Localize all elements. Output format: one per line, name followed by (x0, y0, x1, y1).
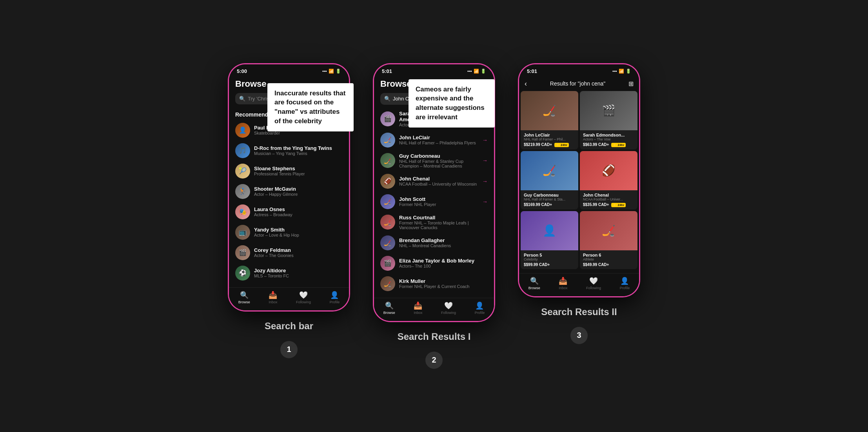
item-info-sloane: Sloane Stephens Professional Tennis Play… (254, 166, 343, 176)
inbox-label-1: Inbox (269, 300, 277, 304)
following-icon-1: 🤍 (299, 291, 308, 299)
back-button-3[interactable]: ‹ (525, 80, 527, 88)
list-item-corey[interactable]: 🎬 Corey Feldman Actor – The Goonies (229, 242, 349, 263)
list-item-guy[interactable]: 🏒 Guy Carbonneau NHL Hall of Famer & Sta… (374, 150, 494, 171)
grid-img-p5: 👤 (521, 211, 578, 250)
list-item-leclair[interactable]: 🏒 John LeClair NHL Hall of Famer – Phila… (374, 130, 494, 150)
list-item-sloane[interactable]: 🎾 Sloane Stephens Professional Tennis Pl… (229, 161, 349, 181)
nav-browse-2[interactable]: 🔍 Browse (383, 301, 395, 315)
nav-inbox-1[interactable]: 📥 Inbox (269, 291, 277, 304)
list-item-droc[interactable]: 🎵 D-Roc from the Ying Yang Twins Musicia… (229, 140, 349, 161)
item-sub-scott: Former NHL Player (399, 202, 478, 207)
avatar-droc: 🎵 (235, 143, 250, 158)
profile-icon-3: 👤 (620, 277, 629, 285)
grid-price-leclair: $$219.99 CAD+ ⚡ 24hr (524, 142, 575, 147)
grid-info-sarah: Sarah Edmondson... Actors – The Vow $$63… (580, 130, 637, 149)
status-bar-2: 5:01 ▪▪▪ 📶 🔋 (374, 64, 494, 76)
item-sub-corey: Actor – The Goonies (254, 253, 343, 258)
nav-profile-2[interactable]: 👤 Profile (475, 301, 485, 315)
avatar-sarah: 🎬 (380, 111, 395, 126)
item-name-corey: Corey Feldman (254, 247, 343, 253)
grid-sub-sarah: Actors – The Vow (583, 137, 634, 141)
item-info-eliza: Eliza Jane Taylor & Bob Morley Actors– T… (399, 258, 488, 268)
grid-sub-leclair: NHL Hall of Famer – Phil... (524, 137, 575, 141)
item-name-sloane: Sloane Stephens (254, 166, 343, 171)
grid-price-sarah: $$63.99 CAD+ ⚡ 24hr (583, 142, 634, 147)
nav-following-2[interactable]: 🤍 Following (441, 301, 456, 315)
grid-card-p5[interactable]: 👤 Person 5 Celebrity $$99.99 CAD+ (521, 211, 578, 269)
item-info-shooter: Shooter McGavin Actor – Happy Gilmore (254, 186, 343, 197)
fast-badge-sarah: ⚡ 24hr (611, 143, 626, 147)
item-name-brendan: Brendan Gallagher (399, 237, 488, 243)
grid-name-p5: Person 5 (524, 253, 575, 257)
nav-profile-1[interactable]: 👤 Profile (330, 291, 340, 304)
item-info-leclair: John LeClair NHL Hall of Famer – Philade… (399, 135, 478, 145)
item-info-chenal: John Chenal NCAA Football – University o… (399, 176, 478, 186)
nav-profile-3[interactable]: 👤 Profile (620, 277, 630, 290)
fast-badge-chenal: ⚡ 24hr (611, 203, 626, 207)
item-info-guy: Guy Carbonneau NHL Hall of Famer & Stanl… (399, 153, 478, 168)
list-item-jozy[interactable]: ⚽ Jozy Altidore MLS – Toronto FC (229, 263, 349, 283)
nav-inbox-2[interactable]: 📥 Inbox (414, 301, 422, 315)
item-info-kirk: Kirk Muller Former NHL Player & Current … (399, 278, 488, 289)
nav-inbox-3[interactable]: 📥 Inbox (559, 277, 567, 290)
arrow-guy: → (482, 157, 488, 164)
filter-button-3[interactable]: ⊞ (628, 80, 634, 87)
avatar-shooter: 🏌️ (235, 184, 250, 199)
list-item-eliza[interactable]: 🎬 Eliza Jane Taylor & Bob Morley Actors–… (374, 253, 494, 273)
nav-browse-1[interactable]: 🔍 Browse (238, 291, 250, 304)
status-bar-1: 5:00 ▪▪▪ 📶 🔋 (229, 64, 349, 76)
item-name-chenal: John Chenal (399, 176, 478, 182)
nav-browse-3[interactable]: 🔍 Browse (528, 277, 540, 290)
list-item-russ[interactable]: 🏒 Russ Courtnall Former NHL – Toronto Ma… (374, 212, 494, 233)
following-icon-3: 🤍 (589, 277, 598, 285)
browse-icon-3: 🔍 (530, 277, 539, 285)
item-name-leclair: John LeClair (399, 135, 478, 140)
item-name-scott: John Scott (399, 196, 478, 202)
item-sub-sloane: Professional Tennis Player (254, 171, 343, 176)
screen3-number: 3 (570, 327, 588, 344)
status-time-1: 5:00 (237, 68, 247, 74)
grid-card-guy[interactable]: 🏒 Guy Carbonneau NHL Hall of Famer & Sta… (521, 151, 578, 210)
grid-info-chenal: John Chenal NCAA Football – Univer... $$… (580, 190, 637, 210)
results-header-3: ‹ Results for "john cena" ⊞ (519, 76, 639, 91)
wifi-icon-2: 📶 (474, 69, 479, 74)
item-sub-jozy: MLS – Toronto FC (254, 273, 343, 278)
list-item-brendan[interactable]: 🏒 Brendan Gallagher NHL – Montreal Canad… (374, 233, 494, 253)
following-icon-2: 🤍 (444, 301, 453, 310)
nav-following-1[interactable]: 🤍 Following (296, 291, 311, 304)
browse-label-3: Browse (528, 286, 540, 290)
list-item-kirk[interactable]: 🏒 Kirk Muller Former NHL Player & Curren… (374, 273, 494, 294)
profile-icon-1: 👤 (330, 291, 339, 299)
following-label-3: Following (586, 286, 601, 290)
grid-name-p6: Person 6 (583, 253, 634, 257)
list-item-yandy[interactable]: 📺 Yandy Smith Actor – Love & Hip Hop (229, 222, 349, 242)
grid-card-p6[interactable]: 🏒 Person 6 Athlete $$49.99 CAD+ (580, 211, 637, 269)
grid-card-sarah[interactable]: 🎬 Sarah Edmondson... Actors – The Vow $$… (580, 91, 637, 149)
status-icons-1: ▪▪▪ 📶 🔋 (322, 69, 341, 74)
list-item-chenal[interactable]: 🏈 John Chenal NCAA Football – University… (374, 171, 494, 191)
profile-label-2: Profile (475, 311, 485, 315)
cellular-icon-2: ▪▪▪ (467, 69, 472, 73)
avatar-brendan: 🏒 (380, 235, 395, 250)
fast-badge-leclair: ⚡ 24hr (554, 143, 569, 147)
avatar-paul: 👤 (235, 123, 250, 138)
grid-card-chenal[interactable]: 🏈 John Chenal NCAA Football – Univer... … (580, 151, 637, 210)
arrow-chenal: → (482, 178, 488, 184)
avatar-kirk: 🏒 (380, 276, 395, 291)
list-item-scott[interactable]: 🏒 John Scott Former NHL Player → (374, 191, 494, 212)
list-item-laura[interactable]: 🎭 Laura Osnes Actress – Broadway (229, 202, 349, 222)
item-sub-droc: Musician – Ying Yang Twins (254, 151, 343, 156)
item-info-russ: Russ Courtnall Former NHL – Toronto Mapl… (399, 215, 488, 230)
nav-following-3[interactable]: 🤍 Following (586, 277, 601, 290)
status-icons-2: ▪▪▪ 📶 🔋 (467, 69, 486, 74)
grid-card-leclair[interactable]: 🏒 John LeClair NHL Hall of Famer – Phil.… (521, 91, 578, 149)
grid-name-sarah: Sarah Edmondson... (583, 133, 634, 137)
grid-img-leclair: 🏒 (521, 91, 578, 130)
item-sub-eliza: Actors– The 100 (399, 264, 488, 268)
grid-price-guy: $$169.99 CAD+ (524, 202, 575, 207)
grid-name-leclair: John LeClair (524, 133, 575, 137)
status-time-2: 5:01 (382, 68, 392, 74)
bottom-nav-3: 🔍 Browse 📥 Inbox 🤍 Following 👤 (519, 273, 639, 296)
list-item-shooter[interactable]: 🏌️ Shooter McGavin Actor – Happy Gilmore (229, 181, 349, 202)
